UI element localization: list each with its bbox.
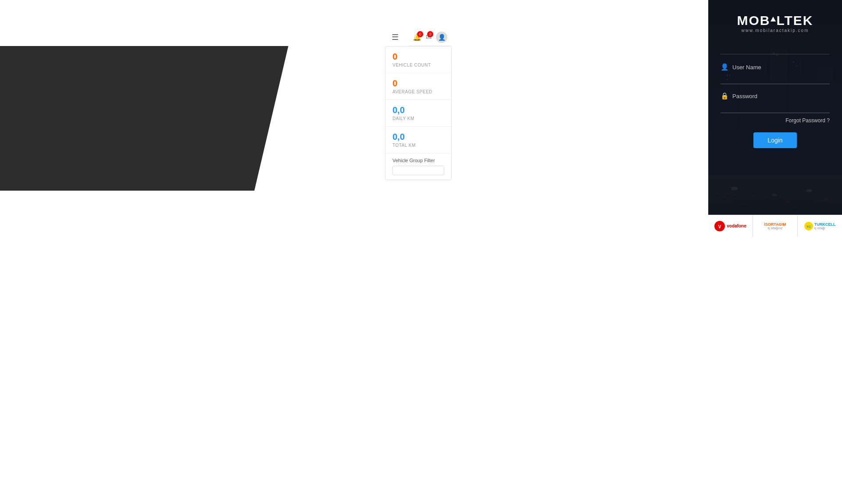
mail-badge: 0 [427,31,433,37]
total-km-value: 0,0 [392,132,444,142]
dashboard-panel: 0 VEHICLE COUNT 0 AVERAGE SPEED 0,0 DAIL… [385,46,452,180]
notification-bell-icon[interactable]: 🔔 0 [413,33,421,41]
login-button[interactable]: Login [753,132,796,148]
username-input[interactable] [721,74,830,84]
username-label: 👤 User Name [721,63,830,71]
password-label: 🔒 Password [721,92,830,100]
average-speed-value: 0 [392,78,444,89]
turkcell-sublabel: iş ortağı [814,227,836,230]
vodafone-logo: V vodafone [714,221,746,231]
vehicle-count-label: VEHICLE COUNT [392,63,444,67]
logo-subtitle: www.mobilaractakip.com [737,28,813,33]
total-km-stat: 0,0 TOTAL KM [385,127,451,153]
daily-km-label: DAILY KM [392,116,444,121]
vodafone-partner: V vodafone [708,215,753,237]
turkcell-partner: TC TURKCELL iş ortağı [798,215,842,237]
notification-mail-icon[interactable]: ✉ 0 [426,33,432,41]
password-input[interactable] [721,103,830,113]
average-speed-stat: 0 AVERAGE SPEED [385,73,451,100]
total-km-label: TOTAL KM [392,143,444,148]
filter-section: Vehicle Group Filter [385,153,451,180]
isortag-sublabel: iş ortağınız [764,227,786,230]
login-divider [721,54,830,54]
dashboard-topbar: 🔔 0 ✉ 0 👤 [408,28,452,46]
vehicle-group-filter-input[interactable] [392,166,444,175]
daily-km-stat: 0,0 DAILY KM [385,100,451,127]
username-field: 👤 User Name [721,63,830,84]
vehicle-count-value: 0 [392,52,444,62]
login-logo: MOB LTEK www.mobilaractakip.com [737,13,813,46]
logo-text-left: MOB [737,13,770,28]
isortag-logo: İSORTAGIM iş ortağınız [764,222,786,230]
vodafone-label: vodafone [727,224,746,228]
filter-label: Vehicle Group Filter [392,158,444,163]
user-icon: 👤 [721,63,729,71]
user-avatar[interactable]: 👤 [436,32,447,43]
notification-badge: 0 [417,31,423,37]
password-field: 🔒 Password [721,92,830,113]
turkcell-label: TURKCELL [814,223,836,227]
forgot-password-link[interactable]: Forgot Password ? [721,117,830,124]
hamburger-menu-icon[interactable]: ☰ [392,32,399,42]
svg-text:V: V [718,224,721,229]
turkcell-logo: TC TURKCELL iş ortağı [804,222,836,231]
top-white-area [0,0,708,46]
svg-text:TC: TC [806,225,811,229]
vehicle-count-stat: 0 VEHICLE COUNT [385,46,451,73]
isortag-partner: İSORTAGIM iş ortağınız [753,215,798,237]
bottom-white-area [0,237,708,504]
average-speed-label: AVERAGE SPEED [392,89,444,94]
logo-text-right: LTEK [776,13,813,28]
partners-bar: V vodafone İSORTAGIM iş ortağınız TC TUR… [708,215,842,237]
login-panel: MOB LTEK www.mobilaractakip.com 👤 User N… [708,0,842,237]
isortag-label: İSORTAGIM [764,222,786,227]
daily-km-value: 0,0 [392,105,444,115]
logo-triangle-icon [771,17,776,21]
lock-icon: 🔒 [721,92,729,100]
